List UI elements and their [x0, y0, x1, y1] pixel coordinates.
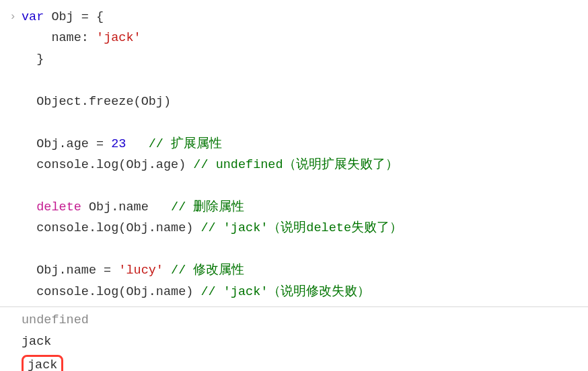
code-text: Obj.age = [22, 137, 111, 151]
console-result-block: undefined jack jack [0, 310, 588, 371]
keyword-var: var [22, 10, 44, 24]
code-text: } [22, 52, 44, 67]
string-literal: 'jack' [96, 31, 141, 45]
code-comment: // 'jack'（说明修改失败） [200, 285, 370, 299]
devtools-console: › var Obj = { name: 'jack' } Object.free… [0, 0, 588, 371]
code-comment: // 删除属性 [171, 200, 244, 214]
code-text: console.log(Obj.name) [22, 285, 200, 299]
code-text: Object.freeze(Obj) [22, 95, 171, 109]
code-comment: // 'jack'（说明delete失败了） [200, 221, 402, 235]
code-text: name: [22, 31, 96, 45]
prompt-icon: › [4, 7, 22, 27]
console-input-row: › var Obj = { name: 'jack' } Object.free… [0, 7, 588, 302]
code-comment: // 修改属性 [163, 263, 244, 278]
undefined-value: undefined [22, 313, 89, 327]
code-comment: // undefined（说明扩展失败了） [193, 158, 398, 172]
console-output-highlighted: jack [22, 352, 588, 371]
console-input-code[interactable]: var Obj = { name: 'jack' } Object.freeze… [22, 7, 588, 302]
code-text: Obj = { [44, 10, 104, 24]
code-comment: // 扩展属性 [126, 137, 222, 151]
code-text: Obj.name = [22, 263, 118, 278]
string-literal: 'lucy' [118, 263, 163, 278]
code-text: console.log(Obj.age) [22, 158, 193, 172]
highlight-box: jack [22, 355, 63, 371]
console-divider [0, 306, 588, 307]
console-return-value: undefined [22, 310, 588, 331]
code-text: console.log(Obj.name) [22, 221, 200, 235]
code-text: Obj.name [81, 200, 171, 214]
keyword-delete: delete [36, 200, 81, 214]
number-literal: 23 [111, 137, 126, 151]
console-output-line: jack [22, 331, 588, 353]
